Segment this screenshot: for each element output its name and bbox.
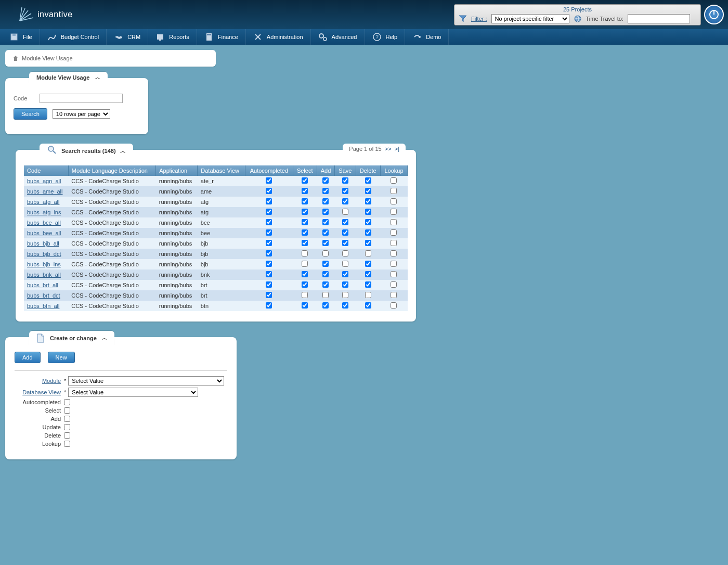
row-checkbox[interactable] bbox=[365, 240, 371, 246]
row-checkbox[interactable] bbox=[342, 198, 348, 204]
row-checkbox[interactable] bbox=[342, 177, 348, 184]
search-panel-tab[interactable]: Module View Usage ︿ bbox=[29, 72, 108, 83]
row-checkbox[interactable] bbox=[391, 240, 397, 246]
row-checkbox[interactable] bbox=[302, 302, 308, 309]
row-checkbox[interactable] bbox=[322, 261, 329, 267]
row-checkbox[interactable] bbox=[322, 271, 329, 277]
menu-budget-control[interactable]: Budget Control bbox=[40, 29, 107, 45]
pager-next[interactable]: >> bbox=[385, 146, 392, 152]
time-travel-input[interactable] bbox=[628, 14, 690, 23]
filter-select[interactable]: No project specific filter bbox=[491, 14, 569, 23]
row-checkbox[interactable] bbox=[302, 177, 308, 184]
col-db-view[interactable]: Database View bbox=[198, 165, 245, 176]
row-checkbox[interactable] bbox=[322, 188, 329, 194]
row-checkbox[interactable] bbox=[266, 188, 272, 194]
row-checkbox[interactable] bbox=[391, 209, 397, 215]
col-application[interactable]: Application bbox=[156, 165, 198, 176]
row-checkbox[interactable] bbox=[342, 292, 348, 298]
row-code-link[interactable]: bubs_btn_all bbox=[27, 303, 59, 309]
row-checkbox[interactable] bbox=[266, 209, 272, 215]
row-code-link[interactable]: bubs_bjb_dct bbox=[27, 251, 61, 257]
row-checkbox[interactable] bbox=[391, 219, 397, 225]
menu-help[interactable]: ? Help bbox=[365, 29, 406, 45]
row-checkbox[interactable] bbox=[302, 229, 308, 236]
row-checkbox[interactable] bbox=[302, 250, 308, 256]
menu-administration[interactable]: Administration bbox=[246, 29, 311, 45]
row-checkbox[interactable] bbox=[266, 281, 272, 288]
col-lookup[interactable]: Lookup bbox=[380, 165, 407, 176]
module-label[interactable]: Module bbox=[15, 378, 64, 384]
row-checkbox[interactable] bbox=[302, 198, 308, 204]
form-panel-tab[interactable]: Create or change ︿ bbox=[29, 331, 114, 345]
row-checkbox[interactable] bbox=[322, 281, 329, 288]
row-checkbox[interactable] bbox=[302, 292, 308, 298]
db-view-select[interactable]: Select Value bbox=[68, 388, 198, 397]
lookup-checkbox[interactable] bbox=[64, 441, 70, 447]
filter-label[interactable]: Filter : bbox=[471, 16, 487, 22]
col-delete[interactable]: Delete bbox=[356, 165, 380, 176]
row-checkbox[interactable] bbox=[365, 261, 371, 267]
row-checkbox[interactable] bbox=[342, 209, 348, 215]
row-checkbox[interactable] bbox=[322, 250, 329, 256]
row-checkbox[interactable] bbox=[342, 188, 348, 194]
row-checkbox[interactable] bbox=[365, 292, 371, 298]
add-checkbox[interactable] bbox=[64, 416, 70, 422]
code-input[interactable] bbox=[40, 94, 123, 103]
row-checkbox[interactable] bbox=[322, 240, 329, 246]
row-checkbox[interactable] bbox=[391, 229, 397, 236]
col-save[interactable]: Save bbox=[335, 165, 356, 176]
row-checkbox[interactable] bbox=[302, 271, 308, 277]
row-checkbox[interactable] bbox=[266, 261, 272, 267]
row-checkbox[interactable] bbox=[391, 271, 397, 277]
row-checkbox[interactable] bbox=[342, 302, 348, 309]
row-code-link[interactable]: bubs_bce_all bbox=[27, 220, 61, 226]
col-add[interactable]: Add bbox=[317, 165, 334, 176]
row-checkbox[interactable] bbox=[342, 219, 348, 225]
col-autocompleted[interactable]: Autocompleted bbox=[245, 165, 293, 176]
row-checkbox[interactable] bbox=[342, 271, 348, 277]
row-checkbox[interactable] bbox=[391, 292, 397, 298]
delete-checkbox[interactable] bbox=[64, 432, 70, 439]
row-code-link[interactable]: bubs_bee_all bbox=[27, 230, 61, 236]
row-checkbox[interactable] bbox=[391, 302, 397, 309]
module-select[interactable]: Select Value bbox=[68, 376, 224, 386]
row-checkbox[interactable] bbox=[302, 219, 308, 225]
row-checkbox[interactable] bbox=[322, 198, 329, 204]
row-code-link[interactable]: bubs_bjb_all bbox=[27, 240, 59, 247]
add-button[interactable]: Add bbox=[15, 352, 41, 363]
row-checkbox[interactable] bbox=[266, 302, 272, 309]
col-code[interactable]: Code bbox=[24, 165, 68, 176]
row-checkbox[interactable] bbox=[365, 198, 371, 204]
select-checkbox[interactable] bbox=[64, 407, 70, 414]
row-checkbox[interactable] bbox=[365, 188, 371, 194]
new-button[interactable]: New bbox=[48, 352, 75, 363]
row-checkbox[interactable] bbox=[322, 229, 329, 236]
row-checkbox[interactable] bbox=[365, 281, 371, 288]
pager-last[interactable]: >| bbox=[395, 146, 399, 152]
row-checkbox[interactable] bbox=[302, 281, 308, 288]
row-checkbox[interactable] bbox=[302, 188, 308, 194]
row-checkbox[interactable] bbox=[342, 229, 348, 236]
row-checkbox[interactable] bbox=[365, 302, 371, 309]
row-checkbox[interactable] bbox=[391, 198, 397, 204]
row-checkbox[interactable] bbox=[342, 281, 348, 288]
row-checkbox[interactable] bbox=[342, 250, 348, 256]
menu-crm[interactable]: CRM bbox=[107, 29, 148, 45]
row-checkbox[interactable] bbox=[322, 219, 329, 225]
row-checkbox[interactable] bbox=[266, 198, 272, 204]
row-checkbox[interactable] bbox=[342, 240, 348, 246]
row-checkbox[interactable] bbox=[365, 219, 371, 225]
row-checkbox[interactable] bbox=[322, 302, 329, 309]
row-checkbox[interactable] bbox=[391, 188, 397, 194]
menu-file[interactable]: File bbox=[2, 29, 40, 45]
row-checkbox[interactable] bbox=[266, 240, 272, 246]
row-code-link[interactable]: bubs_atg_all bbox=[27, 199, 59, 205]
row-checkbox[interactable] bbox=[322, 177, 329, 184]
row-checkbox[interactable] bbox=[302, 209, 308, 215]
power-button[interactable] bbox=[704, 5, 724, 24]
row-checkbox[interactable] bbox=[266, 219, 272, 225]
row-checkbox[interactable] bbox=[365, 177, 371, 184]
row-code-link[interactable]: bubs_bjb_ins bbox=[27, 261, 61, 267]
menu-demo[interactable]: Demo bbox=[405, 29, 449, 45]
row-checkbox[interactable] bbox=[391, 281, 397, 288]
